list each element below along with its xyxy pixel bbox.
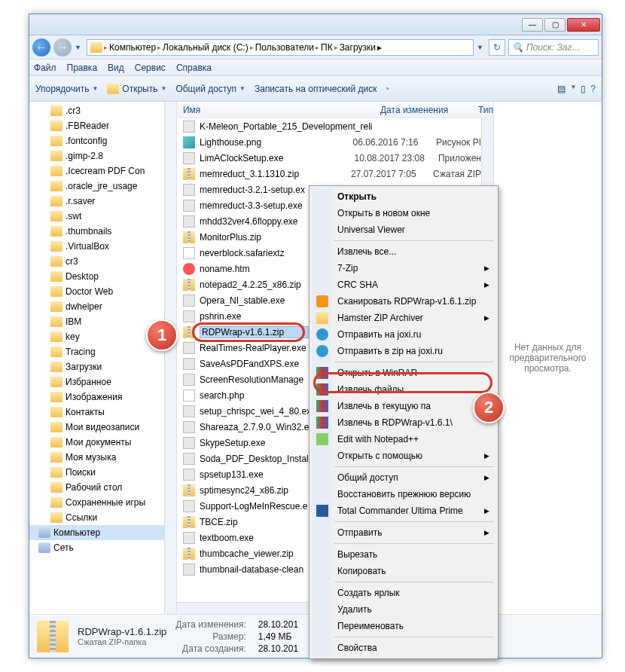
exe-icon [183, 500, 195, 512]
file-row[interactable]: LimAClockSetup.exe10.08.2017 23:08Прилож… [177, 150, 481, 166]
folder-icon [50, 301, 62, 312]
breadcrumb-segment[interactable]: ▸Локальный диск (C:) [157, 42, 248, 53]
tree-folder[interactable]: .VirtualBox [29, 239, 176, 254]
context-item[interactable]: Копировать [312, 563, 495, 579]
tree-folder[interactable]: .swt [29, 209, 176, 224]
column-headers[interactable]: Имя Дата изменения Тип [177, 102, 493, 118]
tree-folder[interactable]: Doctor Web [29, 284, 176, 299]
context-item[interactable]: Извлечь файлы... [312, 381, 495, 398]
organize-button[interactable]: Упорядочить▼ [35, 84, 98, 94]
chevron-right-icon: ▸ [316, 44, 319, 51]
context-item[interactable]: Отправить в zip на joxi.ru [312, 343, 495, 359]
tree-folder[interactable]: .Icecream PDF Con [29, 163, 176, 179]
context-item[interactable]: Открыть в WinRAR [312, 365, 495, 381]
menu-сервис[interactable]: Сервис [135, 63, 166, 73]
tree-folder[interactable]: Моя музыка [29, 450, 176, 465]
context-item[interactable]: Переименовать [312, 618, 495, 634]
menu-правка[interactable]: Правка [67, 63, 98, 73]
tree-folder[interactable]: Избранное [29, 374, 176, 389]
folder-icon [50, 362, 62, 372]
tree-folder[interactable]: cr3 [29, 254, 176, 269]
col-type[interactable]: Тип [478, 105, 493, 115]
folder-icon [50, 136, 62, 146]
burn-button[interactable]: Записать на оптический диск [255, 84, 377, 94]
context-item[interactable]: Total Commander Ultima Prime▶ [312, 502, 495, 519]
context-item[interactable]: Удалить [312, 601, 495, 618]
context-item[interactable]: Отправить на joxi.ru [312, 326, 495, 343]
tree-folder[interactable]: Сохраненные игры [29, 495, 176, 510]
back-button[interactable]: ← [32, 38, 50, 57]
search-input[interactable]: 🔍 Поиск: Заг… [508, 39, 599, 56]
tree-folder[interactable]: Контакты [29, 405, 176, 420]
context-separator [334, 543, 494, 544]
minimize-button[interactable]: — [522, 18, 543, 32]
context-item[interactable]: Universal Viewer [312, 221, 495, 238]
context-item[interactable]: Свойства [312, 640, 495, 656]
folder-icon [50, 256, 62, 267]
context-item[interactable]: Edit with Notepad++ [312, 431, 495, 447]
context-item[interactable]: Вырезать [312, 546, 495, 563]
forward-button[interactable]: → [53, 38, 72, 57]
context-item[interactable]: Восстановить прежнюю версию [312, 486, 495, 502]
context-item[interactable]: Общий доступ▶ [312, 469, 495, 486]
tree-folder[interactable]: .fontconfig [29, 133, 176, 148]
menu-вид[interactable]: Вид [108, 63, 124, 73]
tree-folder[interactable]: Поиски [29, 465, 176, 480]
history-dropdown-icon[interactable]: ▼ [75, 44, 84, 51]
tree-folder[interactable]: Ссылки [29, 510, 176, 525]
col-modified[interactable]: Дата изменения [380, 105, 478, 115]
refresh-button[interactable]: ↻ [489, 39, 505, 56]
address-bar[interactable]: ▸Компьютер▸Локальный диск (C:)▸Пользоват… [87, 39, 474, 56]
tree-scrollbar[interactable] [164, 102, 176, 614]
breadcrumb-segment[interactable]: ▸Загрузки [334, 42, 376, 53]
context-item[interactable]: Извлечь в RDPWrap-v1.6.1\ [312, 414, 495, 431]
help-icon[interactable]: ? [590, 84, 596, 94]
context-item[interactable]: 7-Zip▶ [312, 260, 495, 276]
zip-icon [183, 279, 195, 291]
context-item[interactable]: Сканировать RDPWrap-v1.6.1.zip [312, 293, 495, 310]
tree-network[interactable]: Сеть [29, 540, 176, 555]
tree-folder[interactable]: .FBReader [29, 118, 176, 133]
tree-folder[interactable]: .oracle_jre_usage [29, 179, 176, 194]
tree-folder[interactable]: .cr3 [29, 103, 176, 118]
file-row[interactable]: memreduct_3.1.1310.zip27.07.2017 7:05Сжа… [177, 166, 481, 182]
context-item[interactable]: Открыть в новом окне [312, 205, 495, 221]
maximize-button[interactable]: ▢ [544, 18, 566, 32]
col-name[interactable]: Имя [183, 105, 380, 115]
tree-folder[interactable]: Мои документы [29, 435, 176, 450]
tree-folder[interactable]: .thumbnails [29, 224, 176, 239]
overflow-icon[interactable]: » [386, 85, 389, 92]
context-item[interactable]: Извлечь в текущую па [312, 398, 495, 414]
view-details-icon[interactable]: ▤ [557, 84, 566, 94]
folder-icon [50, 121, 62, 131]
file-row[interactable]: K-Meleon_Portable_215_Development_reli [177, 118, 481, 134]
preview-pane-icon[interactable]: ▯ [581, 84, 586, 94]
tree-folder[interactable]: .gimp-2.8 [29, 148, 176, 163]
context-item[interactable]: Hamster ZIP Archiver▶ [312, 310, 495, 326]
share-button[interactable]: Общий доступ▼ [175, 84, 245, 94]
context-item[interactable]: Создать ярлык [312, 585, 495, 601]
close-button[interactable]: ✕ [567, 18, 600, 32]
context-item[interactable]: Отправить▶ [312, 524, 495, 541]
tree-folder[interactable]: .r.saver [29, 194, 176, 209]
menu-справка[interactable]: Справка [176, 63, 212, 73]
breadcrumb-segment[interactable]: ▸Пользователи [250, 42, 314, 53]
context-item[interactable]: Извлечь все... [312, 243, 495, 260]
status-filetype: Сжатая ZIP-папка [78, 637, 166, 646]
tree-folder[interactable]: Загрузки [29, 359, 176, 374]
breadcrumb-segment[interactable]: ▸Компьютер [104, 42, 156, 53]
context-item[interactable]: Открыть [312, 188, 495, 205]
tree-folder[interactable]: Изображения [29, 389, 176, 405]
menu-файл[interactable]: Файл [34, 63, 56, 73]
tree-folder[interactable]: Desktop [29, 269, 176, 284]
address-dropdown-icon[interactable]: ▼ [477, 44, 486, 51]
tree-computer[interactable]: Компьютер [29, 525, 176, 540]
context-item[interactable]: Открыть с помощью▶ [312, 447, 495, 464]
tree-folder[interactable]: Рабочий стол [29, 480, 176, 495]
tree-folder[interactable]: dwhelper [29, 299, 176, 314]
context-item[interactable]: CRC SHA▶ [312, 276, 495, 293]
tree-folder[interactable]: Мои видеозаписи [29, 420, 176, 435]
file-row[interactable]: Lighthouse.png06.06.2016 7:16Рисунок PI [177, 134, 481, 150]
breadcrumb-segment[interactable]: ▸ПК [316, 42, 333, 53]
open-button[interactable]: Открыть▼ [107, 84, 166, 94]
